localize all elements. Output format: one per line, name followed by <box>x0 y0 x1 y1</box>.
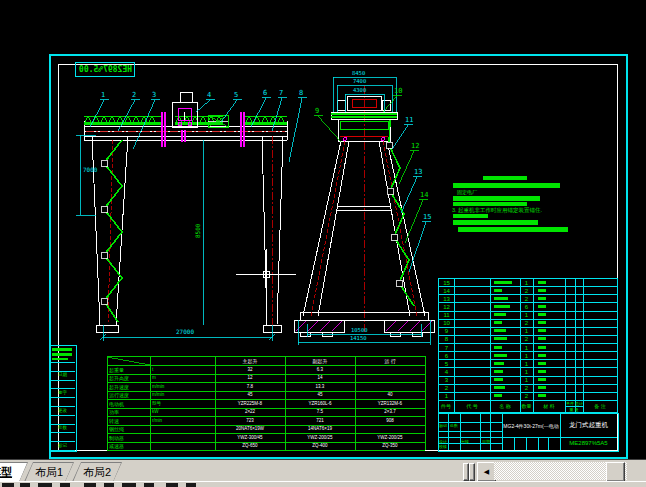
params-row-label: 功率 <box>109 409 149 415</box>
params-value: YZR132M-6 <box>355 401 425 406</box>
bom-mat-bar <box>538 305 546 308</box>
titleblock-label: 处数 <box>450 423 470 428</box>
hscroll-thumb[interactable] <box>606 462 625 482</box>
bom-mat-bar <box>538 329 546 332</box>
bom-row-no: 12 <box>440 304 453 310</box>
bom-mat-bar <box>538 386 546 389</box>
bom-row-no: 1 <box>440 393 453 399</box>
params-row-unit: kW <box>152 409 212 414</box>
clipped-command-text <box>84 483 96 487</box>
bom-name-bar <box>494 281 512 284</box>
bom-row-no: 11 <box>440 312 453 318</box>
tab-scroll-splitter2[interactable] <box>469 463 475 481</box>
bom-header-unit: 单件 <box>565 401 575 406</box>
params-col-header: 主起升 <box>215 358 285 364</box>
callout-number: 7 <box>279 89 283 97</box>
titleblock-label: 审核 <box>461 439 481 444</box>
params-value: 45 <box>285 392 355 397</box>
dim-top2: 7400 <box>353 78 366 84</box>
bom-header: 代 号 <box>454 403 490 409</box>
params-value: 14 <box>285 375 355 380</box>
left-arrow-icon: ◀ <box>484 468 489 476</box>
bom-name-bar <box>494 346 502 349</box>
note-bar <box>453 220 538 225</box>
titleblock-line <box>538 437 539 450</box>
layout-tab-bar: 模型布局1布局2 ◀ <box>0 459 646 482</box>
bom-row-qty: 2 <box>521 385 532 391</box>
front-view-right-leg <box>262 136 283 332</box>
bom-header-total: 总计 <box>575 401 583 406</box>
params-row-unit: m/min <box>152 392 212 397</box>
note-line-anchor: 3. 起重机非工作时应用锚定装置锚住. <box>452 207 542 214</box>
clipped-command-text <box>186 483 196 487</box>
bom-grid-line <box>617 278 618 413</box>
bom-row-no: 4 <box>440 369 453 375</box>
strip-grid-line <box>50 362 75 363</box>
params-value: YWZ-300/45 <box>215 435 285 440</box>
params-row-unit: t <box>152 367 212 372</box>
callout-number: 5 <box>234 91 238 99</box>
bom-name-bar <box>494 297 508 300</box>
params-value: 908 <box>355 418 425 423</box>
command-line-strip[interactable] <box>0 481 646 487</box>
params-value: 13.3 <box>285 384 355 389</box>
callout-number: 9 <box>315 107 319 115</box>
left-leg-ladder <box>101 140 122 322</box>
strip-bar <box>52 353 72 356</box>
tab-label: 布局1 <box>25 463 73 482</box>
params-value: YWZ-200/25 <box>285 435 355 440</box>
tab-layout1[interactable]: 布局1 <box>24 462 74 482</box>
dim-27000: 27000 <box>176 328 194 335</box>
bom-row-qty: 2 <box>521 320 532 326</box>
titleblock-line <box>514 437 515 450</box>
bom-mat-bar <box>538 297 546 300</box>
bom-row-no: 14 <box>440 288 453 294</box>
params-row-unit: m <box>152 375 212 380</box>
bom-row-qty: 1 <box>521 369 532 375</box>
callout-leader <box>405 200 423 243</box>
clipped-command-text <box>104 483 114 487</box>
params-value: 20NAT6×19W <box>215 426 285 431</box>
params-value: ZQ-650 <box>215 443 285 448</box>
titleblock-line <box>438 431 502 432</box>
params-value: 723 <box>215 418 285 423</box>
note-bar <box>453 183 560 188</box>
bom-header: 数量 <box>520 403 533 409</box>
bom-name-bar <box>494 329 506 332</box>
bom-mat-bar <box>538 281 546 284</box>
callout-leader <box>409 222 426 272</box>
bom-mat-bar <box>538 321 546 324</box>
params-row-unit: 型号 <box>152 401 212 406</box>
bom-mat-bar <box>538 289 546 292</box>
bom-row-no: 6 <box>440 353 453 359</box>
params-grid-line <box>107 450 425 451</box>
strip-grid-line <box>50 397 75 398</box>
bom-row-no: 9 <box>440 328 453 334</box>
bom-header: 备 注 <box>583 403 617 409</box>
params-value: 14NAT6×19 <box>285 426 355 431</box>
hscroll-right-cap <box>627 462 646 480</box>
params-row-label: 起升速度 <box>109 384 149 390</box>
note-bar <box>458 227 568 232</box>
tab-model[interactable]: 模型 <box>0 462 28 482</box>
clipped-command-text <box>60 483 70 487</box>
params-grid-line <box>107 356 425 357</box>
callout-leader <box>392 125 408 149</box>
params-value: YWZ-200/25 <box>355 435 425 440</box>
callout-number: 1 <box>101 91 105 99</box>
callout-number: 3 <box>152 91 156 99</box>
strip-grid-line <box>50 380 75 381</box>
tab-label: 布局2 <box>73 463 121 482</box>
params-grid-line <box>107 356 108 450</box>
bom-mat-bar <box>538 313 546 316</box>
bom-row-qty: 2 <box>521 393 532 399</box>
params-value: 7.8 <box>215 384 285 389</box>
bom-row-no: 3 <box>440 377 453 383</box>
strip-grid-line <box>50 415 75 416</box>
bom-row-qty: 2 <box>521 288 532 294</box>
bom-row-qty: 1 <box>521 361 532 367</box>
params-value: YZR225M-8 <box>215 401 285 406</box>
bom-mat-bar <box>538 362 546 365</box>
tab-layout2[interactable]: 布局2 <box>72 462 122 482</box>
note-bar <box>453 196 540 201</box>
